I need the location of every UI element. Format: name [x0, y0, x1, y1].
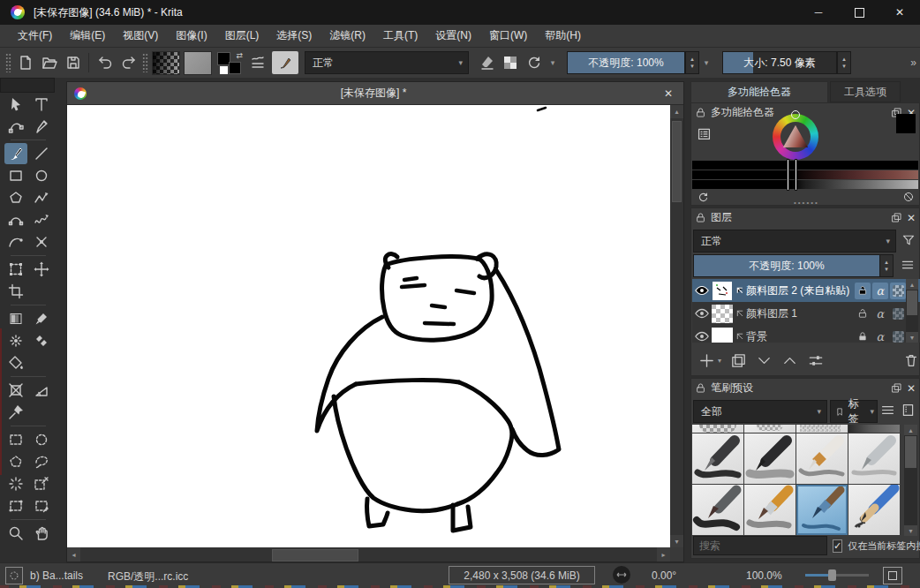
toolbar-overflow-button[interactable]: »: [910, 57, 916, 69]
save-button[interactable]: [61, 51, 85, 75]
zoom-fit-button[interactable]: [883, 567, 902, 584]
brush-preset-marker[interactable]: [744, 433, 796, 484]
layer-lock-toggle[interactable]: [855, 305, 871, 322]
tool-transform-select[interactable]: [4, 94, 27, 115]
layer-lock-toggle[interactable]: [855, 328, 871, 343]
visibility-eye-icon[interactable]: [694, 330, 710, 343]
menu-settings[interactable]: 设置(N): [426, 28, 480, 43]
tool-calligraphy[interactable]: [30, 116, 53, 137]
canvas[interactable]: [67, 105, 670, 548]
tool-polygon-select[interactable]: [4, 451, 27, 472]
tool-ellipse-select[interactable]: [30, 429, 53, 450]
brush-preset-orange-brush[interactable]: [744, 485, 796, 535]
tool-pan[interactable]: [30, 523, 53, 544]
tool-rect-select[interactable]: [4, 429, 27, 450]
brush-preset-partial[interactable]: [744, 425, 796, 433]
opacity-options-caret[interactable]: ▾: [699, 52, 713, 73]
menu-edit[interactable]: 编辑(E): [61, 28, 114, 43]
tool-smart-patch[interactable]: [30, 330, 53, 351]
brush-preset-ink-pen[interactable]: [692, 433, 743, 484]
tool-line[interactable]: [30, 143, 53, 164]
brush-preset-partial[interactable]: [692, 425, 743, 433]
color-profile-label[interactable]: RGB/透明...rc.icc: [108, 569, 188, 584]
reload-options-caret[interactable]: ▾: [546, 52, 560, 73]
current-brush-label[interactable]: b) Ba...tails: [30, 569, 83, 582]
swap-colors-icon[interactable]: ⇄: [236, 51, 243, 60]
brush-preset-pencil[interactable]: [848, 485, 900, 535]
delete-layer-icon[interactable]: [903, 352, 919, 368]
size-spinner[interactable]: ▴▾: [837, 51, 851, 74]
blocked-colors-icon[interactable]: [902, 191, 915, 203]
duplicate-layer-icon[interactable]: [730, 352, 747, 369]
add-layer-caret[interactable]: ▾: [718, 357, 721, 365]
tab-tool-options[interactable]: 工具选项: [830, 81, 901, 102]
move-layer-down-icon[interactable]: [756, 352, 773, 369]
brush-preset-partial[interactable]: [796, 425, 848, 433]
menu-select[interactable]: 选择(S): [268, 28, 320, 43]
visibility-eye-icon[interactable]: [694, 284, 710, 297]
move-layer-up-icon[interactable]: [781, 352, 798, 369]
hscroll-thumb[interactable]: [272, 549, 358, 562]
hue-handle[interactable]: [791, 110, 800, 119]
toolbar-grip[interactable]: [142, 53, 148, 72]
lock-icon[interactable]: [695, 212, 706, 223]
layer-menu-icon[interactable]: [901, 258, 915, 272]
tool-move[interactable]: [30, 259, 53, 280]
layer-blending-dropdown[interactable]: 正常 ▾: [693, 230, 896, 253]
layer-opacity-slider[interactable]: 不透明度: 100%: [693, 254, 880, 277]
shade-bar-3[interactable]: [692, 180, 918, 189]
scroll-left-icon[interactable]: ◂: [67, 547, 80, 562]
layer-properties-icon[interactable]: [807, 352, 825, 369]
canvas-vertical-scrollbar[interactable]: ▴ ▾: [670, 105, 683, 548]
tool-color-select[interactable]: [30, 473, 53, 494]
menu-file[interactable]: 文件(F): [9, 28, 61, 43]
open-document-button[interactable]: [37, 51, 61, 75]
menu-tools[interactable]: 工具(T): [374, 28, 426, 43]
eraser-mode-button[interactable]: [474, 51, 498, 75]
tag-button[interactable]: 标签 ▾: [830, 400, 878, 423]
lock-icon[interactable]: [695, 382, 706, 394]
toolbox-handle[interactable]: [0, 78, 55, 93]
document-close-button[interactable]: ✕: [653, 87, 683, 100]
scroll-down-icon[interactable]: ▾: [906, 332, 918, 343]
tool-dynamic-brush[interactable]: [4, 231, 27, 253]
opacity-spinner[interactable]: ▴▾: [685, 51, 699, 74]
tool-polyline[interactable]: [30, 187, 53, 208]
vscroll-thumb[interactable]: [672, 121, 682, 202]
layer-opacity-spinner[interactable]: ▴▾: [879, 254, 894, 277]
selector-settings-icon[interactable]: [697, 126, 712, 141]
presets-menu-icon[interactable]: [880, 403, 895, 418]
preset-grid-scrollbar[interactable]: ▴ ▾: [904, 425, 917, 536]
toolbar-grip[interactable]: [5, 53, 11, 72]
redo-button[interactable]: [117, 51, 140, 75]
menu-image[interactable]: 图像(I): [167, 28, 215, 43]
inherit-alpha-toggle[interactable]: [890, 283, 906, 299]
tool-polygon[interactable]: [4, 187, 27, 208]
close-button[interactable]: ✕: [879, 0, 920, 25]
shade-handle[interactable]: [787, 159, 789, 191]
tool-similar-color-select[interactable]: [4, 473, 27, 494]
shade-handle[interactable]: [795, 159, 797, 191]
tool-pattern-edit[interactable]: [4, 330, 27, 351]
brush-preset-silver-pen[interactable]: [848, 433, 900, 484]
scroll-up-icon[interactable]: ▴: [906, 279, 918, 290]
shade-bar-1[interactable]: [692, 161, 918, 170]
brush-preset-basic-brush[interactable]: [692, 485, 743, 535]
tool-edit-shapes[interactable]: [4, 116, 27, 137]
tool-gradient[interactable]: [4, 308, 27, 329]
float-docker-icon[interactable]: [891, 382, 902, 394]
menu-help[interactable]: 帮助(H): [536, 28, 590, 43]
visibility-eye-icon[interactable]: [694, 307, 710, 320]
display-mode-icon[interactable]: [901, 403, 916, 418]
scroll-up-icon[interactable]: ▴: [670, 105, 683, 118]
menu-layer[interactable]: 图层(L): [216, 28, 268, 43]
layer-row[interactable]: 背景 α: [692, 325, 920, 343]
brush-size-slider[interactable]: 大小: 7.50 像素: [722, 51, 837, 74]
maximize-button[interactable]: [839, 0, 879, 25]
add-layer-icon[interactable]: [698, 352, 715, 369]
tool-freehand-path[interactable]: [30, 209, 53, 230]
lock-icon[interactable]: [695, 107, 706, 118]
tool-bezier-select[interactable]: [4, 495, 27, 516]
pattern-swatch-button[interactable]: [184, 51, 212, 75]
close-docker-button[interactable]: ✕: [907, 212, 916, 224]
